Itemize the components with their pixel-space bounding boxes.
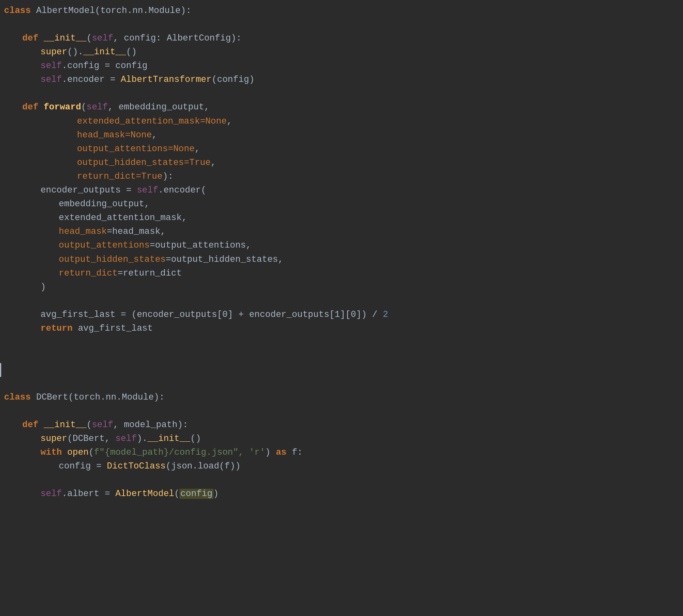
code-line (0, 336, 683, 349)
code-line (0, 404, 683, 418)
code-line: self.albert = AlbertModel(config) (0, 487, 683, 501)
code-line: extended_attention_mask, (0, 211, 683, 225)
code-editor: class AlbertModel(torch.nn.Module):def _… (0, 0, 683, 505)
code-line: return avg_first_last (0, 322, 683, 336)
code-line (0, 294, 683, 308)
code-line: return_dict=True): (0, 170, 683, 184)
code-line: def forward(self, embedding_output, (0, 101, 683, 114)
code-line: encoder_outputs = self.encoder( (0, 184, 683, 197)
code-line: output_attentions=output_attentions, (0, 239, 683, 252)
code-line: class DCBert(torch.nn.Module): (0, 391, 683, 404)
code-line: embedding_output, (0, 197, 683, 211)
code-line: output_hidden_states=output_hidden_state… (0, 253, 683, 267)
code-line: super().__init__() (0, 45, 683, 59)
code-line: avg_first_last = (encoder_outputs[0] + e… (0, 308, 683, 322)
code-line: def __init__(self, config: AlbertConfig)… (0, 32, 683, 45)
code-line: ) (0, 280, 683, 294)
code-line: def __init__(self, model_path): (0, 418, 683, 432)
code-line: super(DCBert, self).__init__() (0, 432, 683, 446)
code-line: head_mask=head_mask, (0, 225, 683, 239)
code-line: extended_attention_mask=None, (0, 115, 683, 128)
code-line: config = DictToClass(json.load(f)) (0, 460, 683, 473)
code-line: self.encoder = AlbertTransformer(config) (0, 73, 683, 87)
code-line: class AlbertModel(torch.nn.Module): (0, 4, 683, 18)
code-line (0, 473, 683, 487)
code-line (0, 18, 683, 32)
code-line: return_dict=return_dict (0, 267, 683, 280)
code-line (0, 87, 683, 101)
code-line: self.config = config (0, 59, 683, 73)
code-line (0, 377, 683, 391)
code-line (0, 363, 683, 377)
code-line: head_mask=None, (0, 128, 683, 142)
code-line (0, 349, 683, 363)
code-line: output_hidden_states=True, (0, 156, 683, 170)
code-line: with open(f"{model_path}/config.json", '… (0, 446, 683, 460)
code-line: output_attentions=None, (0, 142, 683, 156)
